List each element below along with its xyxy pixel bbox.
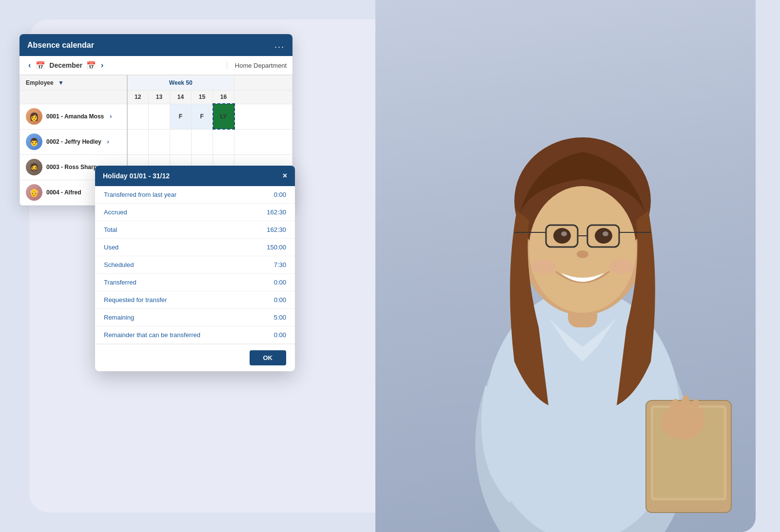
day-header-13: 13 bbox=[149, 91, 170, 104]
person-illustration bbox=[412, 45, 753, 532]
employee-row-amanda: 👩 0001 - Amanda Moss › F F LY bbox=[20, 104, 292, 129]
popup-row-total: Total 162:30 bbox=[95, 221, 295, 239]
popup-row-accrued: Accrued 162:30 bbox=[95, 204, 295, 221]
svg-point-11 bbox=[553, 228, 571, 244]
popup-label-requested-transfer: Requested for transfer bbox=[104, 296, 167, 304]
popup-value-accrued: 162:30 bbox=[267, 209, 286, 216]
popup-footer: OK bbox=[95, 344, 295, 371]
overflow-col bbox=[234, 76, 292, 91]
popup-row-transferred: Transferred 0:00 bbox=[95, 274, 295, 291]
day-13-jeffry bbox=[149, 129, 170, 154]
popup-close-button[interactable]: × bbox=[283, 171, 287, 180]
popup-value-used: 150:00 bbox=[267, 244, 286, 251]
avatar-ross: 🧔 bbox=[26, 159, 42, 175]
popup-value-remaining: 5:00 bbox=[274, 314, 286, 321]
popup-label-remainder-transfer: Remainder that can be transferred bbox=[104, 331, 200, 339]
popup-row-scheduled: Scheduled 7:30 bbox=[95, 256, 295, 274]
avatar-alfred: 👴 bbox=[26, 184, 42, 201]
popup-value-transferred: 0:00 bbox=[274, 279, 286, 286]
employee-name-ross: 0003 - Ross Sharp bbox=[46, 164, 97, 171]
popup-label-total: Total bbox=[104, 226, 117, 233]
popup-row-remaining: Remaining 5:00 bbox=[95, 309, 295, 326]
day-extra-amanda bbox=[234, 104, 292, 129]
avatar-amanda: 👩 bbox=[26, 108, 42, 125]
filter-icon[interactable]: ▼ bbox=[58, 79, 64, 86]
holiday-popup: Holiday 01/01 - 31/12 × Transferred from… bbox=[95, 166, 295, 371]
popup-value-scheduled: 7:30 bbox=[274, 261, 286, 268]
ok-button[interactable]: OK bbox=[250, 350, 287, 365]
day-14-amanda[interactable]: F bbox=[170, 104, 192, 129]
department-label: Home Department bbox=[227, 62, 287, 69]
day-13-amanda bbox=[149, 104, 170, 129]
chevron-right-jeffry[interactable]: › bbox=[107, 138, 109, 145]
popup-value-transferred-last-year: 0:00 bbox=[274, 191, 286, 198]
popup-label-scheduled: Scheduled bbox=[104, 261, 134, 268]
popup-label-remaining: Remaining bbox=[104, 314, 134, 321]
week-header: Week 50 bbox=[127, 76, 234, 91]
next-month-button[interactable]: › bbox=[98, 60, 106, 71]
svg-point-17 bbox=[609, 259, 634, 274]
popup-row-requested-transfer: Requested for transfer 0:00 bbox=[95, 291, 295, 309]
popup-label-transferred-last-year: Transferred from last year bbox=[104, 191, 176, 198]
popup-value-total: 162:30 bbox=[267, 226, 286, 233]
popup-header: Holiday 01/01 - 31/12 × bbox=[95, 166, 295, 186]
employee-name-amanda: 0001 - Amanda Moss bbox=[46, 113, 104, 120]
chevron-right-amanda[interactable]: › bbox=[110, 113, 112, 120]
day-12-jeffry bbox=[127, 129, 149, 154]
day-header-12: 12 bbox=[127, 91, 149, 104]
person-photo bbox=[375, 0, 756, 532]
svg-point-15 bbox=[577, 250, 588, 258]
calendar-title: Absence calendar bbox=[27, 41, 94, 50]
popup-label-transferred: Transferred bbox=[104, 279, 136, 286]
employee-row-jeffry: 👨 0002 - Jeffry Hedley › bbox=[20, 129, 292, 154]
calendar-icon-right: 📅 bbox=[86, 61, 96, 70]
svg-point-13 bbox=[561, 231, 567, 236]
calendar-header: Absence calendar ... bbox=[20, 34, 292, 56]
svg-point-16 bbox=[531, 259, 556, 274]
day-header-more bbox=[234, 91, 292, 104]
popup-row-used: Used 150:00 bbox=[95, 239, 295, 256]
employee-name-alfred: 0004 - Alfred bbox=[46, 189, 81, 196]
employee-name-cell-amanda[interactable]: 👩 0001 - Amanda Moss › bbox=[20, 104, 127, 129]
day-header-14: 14 bbox=[170, 91, 192, 104]
day-14-jeffry bbox=[170, 129, 192, 154]
svg-point-14 bbox=[603, 231, 608, 236]
popup-value-requested-transfer: 0:00 bbox=[274, 296, 286, 304]
month-label: December bbox=[49, 61, 82, 69]
prev-month-button[interactable]: ‹ bbox=[25, 60, 34, 71]
popup-row-transferred-last-year: Transferred from last year 0:00 bbox=[95, 186, 295, 204]
popup-value-remainder-transfer: 0:00 bbox=[274, 331, 286, 339]
day-header-15: 15 bbox=[192, 91, 213, 104]
day-16-jeffry bbox=[213, 129, 234, 154]
day-header-empty bbox=[20, 91, 127, 104]
day-15-jeffry bbox=[192, 129, 213, 154]
popup-label-used: Used bbox=[104, 244, 118, 251]
day-12-amanda bbox=[127, 104, 149, 129]
day-16-amanda[interactable]: LY bbox=[213, 104, 234, 129]
employee-column-header: Employee ▼ bbox=[20, 76, 127, 91]
avatar-jeffry: 👨 bbox=[26, 133, 42, 150]
day-15-amanda[interactable]: F bbox=[192, 104, 213, 129]
popup-label-accrued: Accrued bbox=[104, 209, 127, 216]
employee-name-cell-jeffry[interactable]: 👨 0002 - Jeffry Hedley › bbox=[20, 129, 127, 154]
employee-name-jeffry: 0002 - Jeffry Hedley bbox=[46, 138, 101, 145]
employee-label: Employee bbox=[26, 79, 54, 86]
calendar-more-options[interactable]: ... bbox=[274, 40, 285, 50]
popup-title: Holiday 01/01 - 31/12 bbox=[103, 172, 170, 180]
svg-point-12 bbox=[595, 228, 612, 244]
day-header-16: 16 bbox=[213, 91, 234, 104]
day-extra-jeffry bbox=[234, 129, 292, 154]
calendar-icon-left: 📅 bbox=[36, 61, 45, 70]
popup-row-remainder-transfer: Remainder that can be transferred 0:00 bbox=[95, 326, 295, 344]
svg-point-5 bbox=[529, 186, 636, 313]
calendar-navigation: ‹ 📅 December 📅 › Home Department bbox=[20, 56, 292, 75]
